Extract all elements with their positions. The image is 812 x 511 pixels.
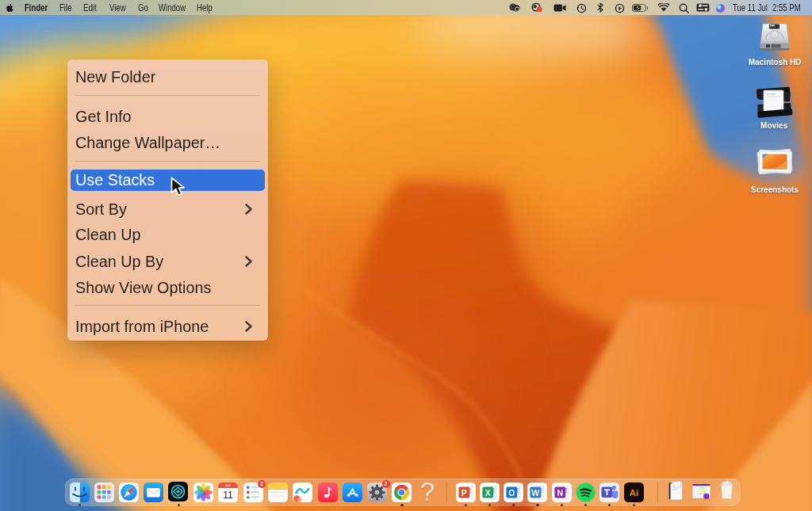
svg-text:W: W (532, 488, 540, 498)
svg-text:P: P (461, 488, 466, 498)
svg-text:Ai: Ai (629, 488, 638, 498)
svg-text:N: N (557, 488, 563, 498)
svg-text:11: 11 (224, 490, 234, 501)
svg-text:X: X (485, 488, 491, 498)
svg-text:JUL: JUL (225, 483, 232, 487)
svg-text:O: O (508, 488, 515, 498)
